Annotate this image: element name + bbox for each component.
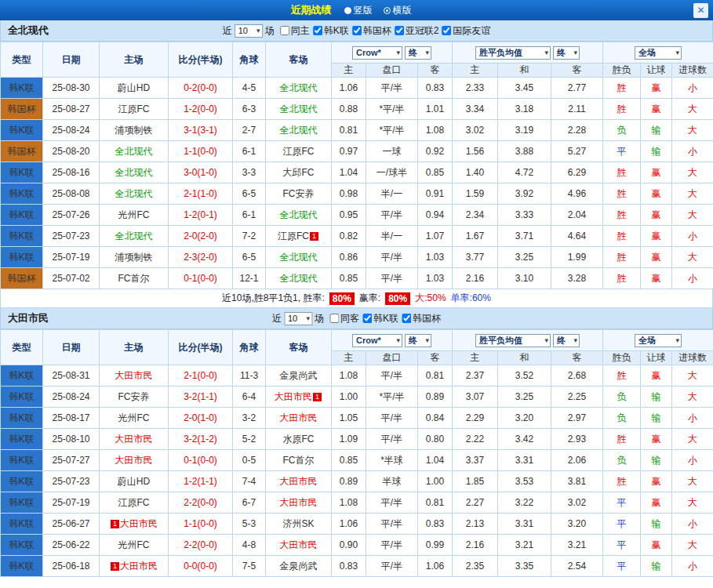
goals-cell: 大 <box>672 247 713 268</box>
league-cell: 韩K联 <box>1 365 43 387</box>
asia-home-cell: 0.82 <box>332 226 366 247</box>
asia-away-cell: 0.80 <box>418 429 453 450</box>
checkbox-input[interactable] <box>362 314 372 323</box>
fulltime-select[interactable]: 全场 <box>635 334 682 347</box>
team-label: 全北现代 <box>280 82 318 93</box>
col-date: 日期 <box>43 330 100 365</box>
checkbox-input[interactable] <box>329 314 339 323</box>
team-label: 水原FC <box>283 434 315 445</box>
date-cell: 25-08-24 <box>43 387 100 408</box>
checkbox-input[interactable] <box>352 26 362 35</box>
cover-cell: 输 <box>641 387 672 408</box>
europe-away-cell: 3.20 <box>551 514 603 535</box>
handicap-cell: *平/半 <box>366 387 418 408</box>
team-label: 全北现代 <box>280 273 318 284</box>
team-label: 济州SK <box>282 518 314 529</box>
team-cell: 江原FC1 <box>266 226 332 247</box>
asia-home-cell: 0.98 <box>332 183 366 205</box>
col-corner: 角球 <box>233 42 266 78</box>
filter-checkbox[interactable]: 同客 <box>329 312 359 325</box>
score-cell: 2-2(0-0) <box>169 492 233 514</box>
europe-draw-cell: 3.42 <box>498 429 551 450</box>
score-cell: 0-2(0-0) <box>169 78 233 99</box>
filter-checkbox[interactable]: 同主 <box>280 24 310 38</box>
europe-draw-cell: 3.31 <box>498 450 551 471</box>
date-cell: 25-07-23 <box>43 471 100 492</box>
europe-mode-select[interactable]: 胜平负均值 <box>475 46 551 60</box>
result-cell: 平 <box>603 141 641 162</box>
asia-away-cell: 0.83 <box>418 514 453 535</box>
final-europe-select[interactable]: 终 <box>553 334 580 347</box>
final-odds-select[interactable]: 终 <box>405 46 431 60</box>
result-cell: 胜 <box>603 247 641 268</box>
goals-cell: 小 <box>672 141 713 162</box>
checkbox-input[interactable] <box>402 314 411 323</box>
filter-checkbox[interactable]: 韩国杯 <box>352 24 391 38</box>
cover-cell: 赢 <box>641 78 672 99</box>
match-count-select[interactable]: 10 <box>284 312 312 325</box>
odds-company-select[interactable]: Crow* <box>352 334 402 347</box>
goals-cell: 大 <box>672 162 713 183</box>
match-count-select[interactable]: 10 <box>235 24 263 38</box>
europe-draw-cell: 3.25 <box>498 387 551 408</box>
layout-radio-vertical[interactable]: 竖版 <box>344 4 373 17</box>
match-row: 韩K联25-07-26光州FC1-2(0-1)6-1全北现代0.95平/半0.9… <box>1 205 713 226</box>
team-cell: 全北现代 <box>100 162 169 183</box>
result-cell: 胜 <box>603 183 641 205</box>
asia-away-cell: 1.08 <box>418 120 453 141</box>
handicap-cell: 半/一 <box>366 226 418 247</box>
team-cell: 江原FC <box>100 492 169 514</box>
corner-cell: 11-3 <box>233 365 266 387</box>
checkbox-input[interactable] <box>280 26 289 35</box>
team-cell: 光州FC <box>100 535 169 556</box>
final-odds-select[interactable]: 终 <box>405 334 431 347</box>
europe-away-cell: 2.25 <box>551 387 603 408</box>
checkbox-input[interactable] <box>395 26 404 35</box>
europe-draw-cell: 3.33 <box>498 205 551 226</box>
asia-away-cell: 1.07 <box>418 226 453 247</box>
odds-company-select[interactable]: Crow* <box>352 46 402 60</box>
col-europe-draw: 和 <box>498 351 551 365</box>
filter-checkbox[interactable]: 韩国杯 <box>402 312 441 325</box>
close-button[interactable]: ✕ <box>693 3 708 18</box>
handicap-cell: 平/半 <box>366 78 418 99</box>
team-section: 大田市民 近 10 场 同客韩K联韩国杯 类型 日期 主场 比分(半场) 角球 … <box>0 308 713 577</box>
europe-home-cell: 2.22 <box>453 429 498 450</box>
checkbox-input[interactable] <box>442 26 451 35</box>
filter-checkbox[interactable]: 韩K联 <box>313 24 349 38</box>
fulltime-select[interactable]: 全场 <box>635 46 682 60</box>
handicap-cell: 平/半 <box>366 365 418 387</box>
score-cell: 1-2(0-0) <box>169 99 233 120</box>
goals-cell: 大 <box>672 205 713 226</box>
score-cell: 2-0(1-0) <box>169 408 233 429</box>
match-row: 韩K联25-08-31大田市民2-1(0-0)11-3金泉尚武1.08平/半0.… <box>1 365 713 387</box>
goals-cell: 小 <box>672 268 713 289</box>
europe-home-cell: 2.33 <box>453 78 498 99</box>
filter-checkbox[interactable]: 亚冠联2 <box>395 24 439 38</box>
europe-home-cell: 1.40 <box>453 162 498 183</box>
asia-away-cell: 0.89 <box>418 387 453 408</box>
match-row: 韩K联25-08-30蔚山HD0-2(0-0)4-5全北现代1.06平/半0.8… <box>1 78 713 99</box>
filter-checkbox[interactable]: 韩K联 <box>362 312 398 325</box>
europe-home-cell: 1.67 <box>453 226 498 247</box>
team-cell: 浦项制铁 <box>100 120 169 141</box>
layout-radio-horizontal[interactable]: 横版 <box>384 4 412 17</box>
date-cell: 25-08-10 <box>43 429 100 450</box>
final-europe-select[interactable]: 终 <box>553 46 580 60</box>
europe-home-cell: 2.16 <box>453 535 498 556</box>
matches-tbody: 韩K联25-08-30蔚山HD0-2(0-0)4-5全北现代1.06平/半0.8… <box>1 78 713 289</box>
team-label: 全北现代 <box>115 188 153 199</box>
europe-mode-select[interactable]: 胜平负均值 <box>475 334 551 347</box>
cover-cell: 赢 <box>641 205 672 226</box>
asia-home-cell: 1.06 <box>332 514 366 535</box>
match-row: 韩K联25-08-24浦项制铁3-1(3-1)2-7全北现代0.81*平/半1.… <box>1 120 713 141</box>
checkbox-input[interactable] <box>313 26 322 35</box>
table-header: 类型 日期 主场 比分(半场) 角球 客场 Crow* 终 胜平负均值 <box>1 42 713 78</box>
filter-checkbox[interactable]: 国际友谊 <box>442 24 490 38</box>
europe-away-cell: 2.28 <box>551 120 603 141</box>
team-cell: 全北现代 <box>266 99 332 120</box>
matches-table: 类型 日期 主场 比分(半场) 角球 客场 Crow* 终 胜平负均值 <box>0 329 713 577</box>
match-row: 韩K联25-08-10大田市民3-2(1-2)5-2水原FC1.09平/半0.8… <box>1 429 713 450</box>
score-cell: 0-0(0-0) <box>169 556 233 577</box>
score-cell: 1-2(1-1) <box>169 471 233 492</box>
